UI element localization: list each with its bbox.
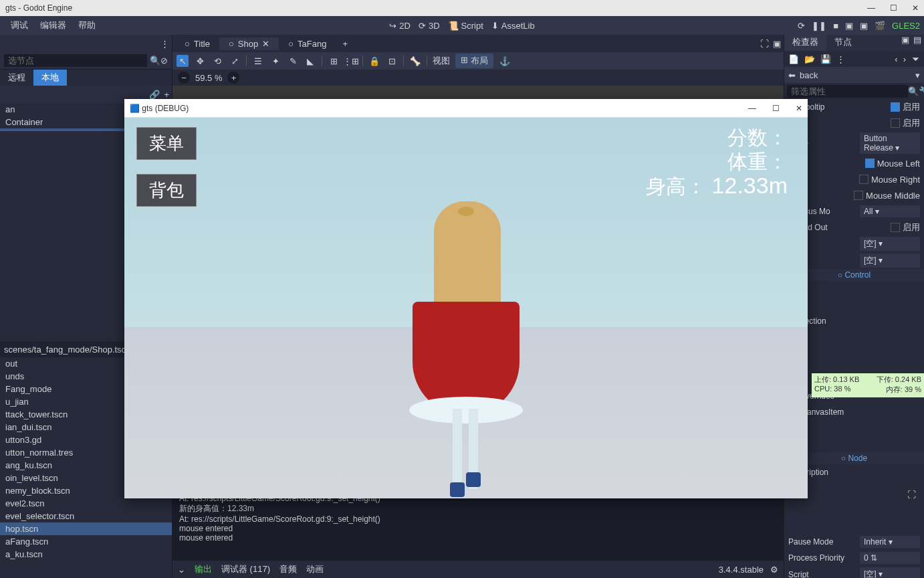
- lock-icon[interactable]: 🔒: [368, 55, 380, 67]
- link-icon[interactable]: 🔗: [149, 90, 160, 100]
- zoom-in-icon[interactable]: +: [227, 72, 239, 84]
- load-resource-icon[interactable]: 📂: [804, 54, 815, 64]
- play-icon[interactable]: ⟳: [798, 21, 805, 31]
- mode-dropdown[interactable]: Button Release ▾: [860, 132, 920, 154]
- add-icon[interactable]: +: [164, 90, 169, 100]
- scale-tool-icon[interactable]: ⤢: [229, 55, 241, 67]
- menu-button[interactable]: 菜单: [136, 127, 197, 160]
- menu-debug[interactable]: 调试: [11, 19, 28, 31]
- tooltip-checkbox[interactable]: [891, 102, 900, 112]
- history-fwd-icon[interactable]: ›: [903, 54, 906, 64]
- scene-filter-input[interactable]: [4, 54, 147, 67]
- mode-3d[interactable]: ⟳ 3D: [419, 21, 440, 31]
- debug-minimize-icon[interactable]: —: [748, 104, 756, 113]
- add-tab-icon[interactable]: +: [336, 39, 354, 49]
- mouse-left-checkbox[interactable]: [865, 159, 875, 168]
- new-resource-icon[interactable]: 📄: [788, 54, 799, 64]
- focus-dropdown[interactable]: All ▾: [860, 205, 920, 217]
- scene-tab[interactable]: ○ Title: [175, 37, 219, 50]
- pressed-out-checkbox[interactable]: [891, 223, 900, 232]
- clear-icon[interactable]: ⊘: [160, 56, 168, 66]
- play-custom-icon[interactable]: ▣: [860, 21, 868, 31]
- list-tool-icon[interactable]: ☰: [252, 55, 264, 67]
- output-content[interactable]: At: res://scripts/LittleGame/ScoreRoot.g…: [172, 491, 784, 561]
- zoom-out-icon[interactable]: −: [178, 72, 190, 84]
- select-tool-icon[interactable]: ↖: [177, 55, 189, 67]
- debug-maximize-icon[interactable]: ☐: [772, 104, 780, 113]
- fullscreen-toggle-icon[interactable]: ⛶: [907, 490, 916, 500]
- play-scene-icon[interactable]: ▣: [845, 21, 853, 31]
- debug-titlebar[interactable]: 🟦 gts (DEBUG) — ☐ ✕: [124, 99, 808, 118]
- snap-config-icon[interactable]: ⋮⊞: [345, 55, 357, 67]
- game-viewport[interactable]: 菜单 背包 分数： 体重： 身高： 12.33m: [124, 118, 808, 498]
- settings-icon[interactable]: ⚙: [770, 565, 778, 575]
- move-tool-icon[interactable]: ✥: [194, 55, 206, 67]
- close-icon[interactable]: ✕: [912, 3, 919, 13]
- search-icon[interactable]: 🔍: [908, 86, 919, 96]
- mode-script[interactable]: 📜 Script: [448, 21, 483, 31]
- expand-icon[interactable]: ⛶: [760, 39, 769, 49]
- debug-close-icon[interactable]: ✕: [796, 104, 802, 113]
- enable-checkbox[interactable]: [891, 118, 900, 128]
- bone-icon[interactable]: 🦴: [409, 55, 421, 67]
- minimize-icon[interactable]: —: [867, 3, 875, 13]
- menu-dots-icon[interactable]: ⋮: [160, 39, 169, 49]
- scene-tab-active[interactable]: ○ Shop ✕: [219, 37, 279, 50]
- tab-audio[interactable]: 音频: [279, 563, 297, 575]
- expand-right-icon[interactable]: ▣: [901, 35, 909, 51]
- script-dropdown[interactable]: [空] ▾: [860, 567, 920, 578]
- pause-mode-dropdown[interactable]: Inherit ▾: [860, 536, 920, 548]
- file-item[interactable]: aFang.tscn: [0, 535, 172, 548]
- stop-icon[interactable]: ■: [833, 21, 838, 31]
- scene-tab[interactable]: ○ TaFang: [279, 37, 336, 50]
- snap-icon[interactable]: ⊞: [328, 55, 340, 67]
- group-dropdown[interactable]: [空] ▾: [860, 254, 920, 268]
- mouse-right-checkbox[interactable]: [859, 175, 869, 184]
- tab-local[interactable]: 本地: [33, 70, 67, 86]
- debug-title: gts (DEBUG): [142, 104, 189, 113]
- renderer-select[interactable]: GLES2: [892, 21, 920, 31]
- mouse-middle-checkbox[interactable]: [854, 191, 863, 200]
- priority-input[interactable]: 0 ⇅: [860, 552, 920, 564]
- group-icon[interactable]: ⊡: [386, 55, 398, 67]
- layout-button[interactable]: ⊞ 布局: [455, 54, 493, 68]
- lock-tool-icon[interactable]: ✦: [269, 55, 281, 67]
- file-item[interactable]: evel2.tscn: [0, 497, 172, 510]
- property-filter-input[interactable]: [787, 85, 908, 98]
- view-menu[interactable]: 视图: [433, 55, 450, 67]
- tab-animation[interactable]: 动画: [306, 563, 324, 575]
- group-tool-icon[interactable]: ✎: [287, 55, 299, 67]
- pause-icon[interactable]: ❚❚: [812, 21, 826, 31]
- tab-output[interactable]: 输出: [195, 563, 212, 575]
- collapse-icon[interactable]: ⌄: [178, 565, 185, 575]
- rotate-tool-icon[interactable]: ⟲: [211, 55, 223, 67]
- shortcut-dropdown[interactable]: [空] ▾: [860, 237, 920, 251]
- save-resource-icon[interactable]: 💾: [820, 54, 831, 64]
- file-item[interactable]: a_ku.tscn: [0, 548, 172, 561]
- dock-icon[interactable]: ▤: [913, 35, 921, 51]
- history-menu-icon[interactable]: ⏷: [911, 54, 920, 64]
- mode-assetlib[interactable]: ⬇ AssetLib: [491, 21, 535, 31]
- tools-icon[interactable]: 🔧: [919, 86, 924, 96]
- close-tab-icon[interactable]: ✕: [262, 39, 269, 49]
- ruler-tool-icon[interactable]: ◣: [304, 55, 316, 67]
- distraction-free-icon[interactable]: ▣: [773, 39, 781, 49]
- tab-node[interactable]: 节点: [826, 35, 860, 51]
- bag-button[interactable]: 背包: [136, 174, 197, 207]
- menu-help[interactable]: 帮助: [78, 19, 96, 31]
- node-selector[interactable]: ⬅ back ▾: [784, 67, 924, 83]
- anchor-icon[interactable]: ⚓: [499, 55, 511, 67]
- menu-editor[interactable]: 编辑器: [40, 19, 66, 31]
- maximize-icon[interactable]: ☐: [890, 3, 897, 13]
- history-back-icon[interactable]: ‹: [895, 54, 897, 64]
- movie-icon[interactable]: 🎬: [875, 21, 885, 31]
- tab-debugger[interactable]: 调试器 (117): [221, 563, 270, 575]
- tab-remote[interactable]: 远程: [0, 70, 33, 86]
- resource-menu-icon[interactable]: ⋮: [836, 54, 845, 64]
- mode-2d[interactable]: ↪ 2D: [389, 21, 411, 31]
- tab-inspector[interactable]: 检查器: [784, 35, 826, 51]
- search-icon[interactable]: 🔍: [150, 56, 160, 66]
- file-item-selected[interactable]: hop.tscn: [0, 522, 172, 535]
- zoom-value[interactable]: 59.5 %: [195, 73, 222, 83]
- file-item[interactable]: evel_selector.tscn: [0, 510, 172, 522]
